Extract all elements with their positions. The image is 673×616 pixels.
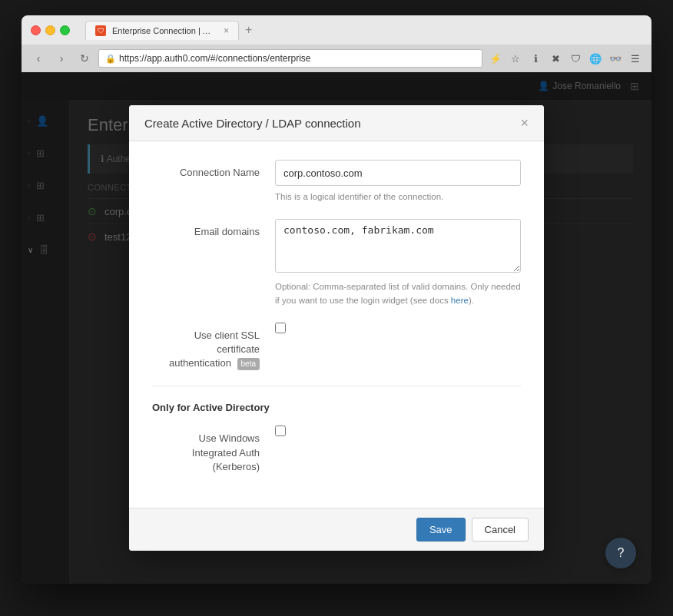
- modal-overlay: Create Active Directory / LDAP connectio…: [22, 72, 651, 584]
- email-domains-input[interactable]: contoso.com, fabrikam.com: [275, 219, 521, 273]
- browser-window: 🛡 Enterprise Connection | Au... × + ‹ › …: [22, 15, 651, 584]
- kerberos-checkbox-group: [275, 426, 521, 436]
- kerberos-label: Use Windows Integrated Auth (Kerberos): [152, 426, 275, 474]
- question-mark-icon: ?: [618, 546, 625, 560]
- browser-toolbar: ‹ › ↻ 🔒 https://app.auth0.com/#/connecti…: [22, 45, 651, 72]
- app-area: 👤 Jose Romaniello ⊞ › 👤 › ⊞ › ⊞: [22, 72, 651, 584]
- ssl-cert-checkbox[interactable]: [275, 323, 286, 333]
- active-tab[interactable]: 🛡 Enterprise Connection | Au... ×: [85, 21, 239, 40]
- forward-button[interactable]: ›: [52, 49, 71, 68]
- connection-name-group: Connection Name This is a logical identi…: [152, 160, 521, 204]
- docs-link[interactable]: here: [451, 296, 469, 305]
- connection-name-label: Connection Name: [152, 160, 275, 180]
- maximize-window-button[interactable]: [60, 25, 70, 35]
- tab-title: Enterprise Connection | Au...: [112, 26, 214, 35]
- tab-bar: 🛡 Enterprise Connection | Au... × +: [85, 20, 642, 40]
- cancel-button[interactable]: Cancel: [472, 518, 529, 541]
- connection-name-field: This is a logical identifier of the conn…: [275, 160, 521, 204]
- bookmark-icon[interactable]: ☆: [507, 50, 524, 67]
- section-divider: [152, 386, 521, 386]
- address-bar[interactable]: 🔒 https://app.auth0.com/#/connections/en…: [98, 49, 482, 68]
- email-domains-label: Email domains: [152, 219, 275, 239]
- ssl-cert-group: Use client SSL certificate authenticatio…: [152, 323, 521, 371]
- email-domains-hint: Optional: Comma-separated list of valid …: [275, 280, 521, 307]
- close-window-button[interactable]: [31, 25, 41, 35]
- ssl-icon: 🔒: [105, 54, 116, 64]
- info-icon[interactable]: ℹ: [527, 50, 544, 67]
- kerberos-group: Use Windows Integrated Auth (Kerberos): [152, 426, 521, 474]
- traffic-lights: [31, 25, 70, 35]
- help-button[interactable]: ?: [605, 538, 636, 568]
- rss-icon[interactable]: ⚡: [487, 50, 504, 67]
- modal-footer: Save Cancel: [129, 508, 544, 551]
- refresh-button[interactable]: ↻: [75, 49, 94, 68]
- minimize-window-button[interactable]: [45, 25, 55, 35]
- ssl-cert-label: Use client SSL certificate authenticatio…: [152, 323, 275, 371]
- connection-name-hint: This is a logical identifier of the conn…: [275, 190, 521, 204]
- kerberos-field: [275, 426, 521, 436]
- active-directory-section-header: Only for Active Directory: [152, 402, 521, 413]
- kerberos-checkbox[interactable]: [275, 426, 286, 436]
- beta-badge: beta: [237, 358, 260, 370]
- tools-icon[interactable]: ✖: [547, 50, 564, 67]
- ssl-cert-field: [275, 323, 521, 333]
- email-domains-group: Email domains contoso.com, fabrikam.com …: [152, 219, 521, 307]
- url-text: https://app.auth0.com/#/connections/ente…: [119, 53, 311, 64]
- extension-icon[interactable]: 🌐: [587, 50, 604, 67]
- tab-favicon: 🛡: [95, 25, 106, 36]
- modal-body: Connection Name This is a logical identi…: [129, 141, 544, 508]
- connection-name-input[interactable]: [275, 160, 521, 186]
- email-domains-field: contoso.com, fabrikam.com Optional: Comm…: [275, 219, 521, 307]
- browser-titlebar: 🛡 Enterprise Connection | Au... × +: [22, 15, 651, 45]
- ssl-cert-checkbox-group: [275, 323, 521, 333]
- shield-icon[interactable]: 🛡: [567, 50, 584, 67]
- back-button[interactable]: ‹: [29, 49, 48, 68]
- create-connection-modal: Create Active Directory / LDAP connectio…: [129, 105, 544, 551]
- modal-close-button[interactable]: ×: [520, 116, 529, 130]
- toolbar-icons: ⚡ ☆ ℹ ✖ 🛡 🌐 👓 ☰: [487, 50, 644, 67]
- tab-close-button[interactable]: ×: [224, 25, 229, 36]
- modal-title: Create Active Directory / LDAP connectio…: [144, 117, 361, 130]
- save-button[interactable]: Save: [416, 518, 466, 541]
- modal-header: Create Active Directory / LDAP connectio…: [129, 105, 544, 141]
- new-tab-button[interactable]: +: [239, 20, 258, 40]
- glasses-icon[interactable]: 👓: [607, 50, 624, 67]
- menu-icon[interactable]: ☰: [627, 50, 644, 67]
